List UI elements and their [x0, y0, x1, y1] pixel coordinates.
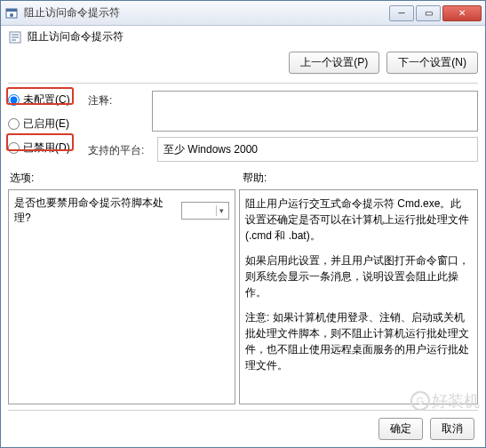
- option-dropdown[interactable]: ▾: [181, 202, 229, 220]
- titlebar[interactable]: 阻止访问命令提示符 ─ ▭ ✕: [1, 1, 485, 26]
- footer: 确定 取消: [8, 410, 478, 447]
- close-button[interactable]: ✕: [442, 5, 482, 21]
- help-panel: 阻止用户运行交互式命令提示符 Cmd.exe。此设置还确定是否可以在计算机上运行…: [239, 189, 478, 404]
- radio-not-configured-label: 未配置(C): [23, 92, 70, 108]
- platform-label: 支持的平台:: [88, 140, 148, 158]
- radio-enabled-input[interactable]: [8, 118, 20, 130]
- radio-disabled-input[interactable]: [8, 142, 20, 154]
- help-paragraph-3: 注意: 如果计算机使用登录、注销、启动或关机批处理文件脚本，则不阻止计算机运行批…: [245, 309, 472, 373]
- radio-not-configured-input[interactable]: [8, 94, 20, 106]
- minimize-button[interactable]: ─: [389, 5, 414, 21]
- radio-enabled[interactable]: 已启用(E): [8, 116, 79, 132]
- section-labels: 选项: 帮助:: [8, 171, 478, 186]
- options-panel: 是否也要禁用命令提示符脚本处理? ▾: [8, 189, 235, 404]
- radio-disabled[interactable]: 已禁用(D): [8, 140, 79, 156]
- option-row-1: 是否也要禁用命令提示符脚本处理? ▾: [14, 196, 229, 226]
- app-icon: [4, 6, 19, 20]
- prev-setting-button[interactable]: 上一个设置(P): [289, 52, 379, 74]
- minimize-icon: ─: [398, 8, 404, 18]
- panels: 是否也要禁用命令提示符脚本处理? ▾ 阻止用户运行交互式命令提示符 Cmd.ex…: [8, 189, 478, 404]
- svg-rect-1: [6, 9, 17, 12]
- platform-value: 至少 Windows 2000: [157, 137, 478, 162]
- header-row: 阻止访问命令提示符: [8, 29, 478, 44]
- comment-row: 注释:: [88, 91, 478, 132]
- radio-disabled-label: 已禁用(D): [23, 140, 70, 156]
- radio-not-configured[interactable]: 未配置(C): [8, 92, 79, 108]
- policy-title: 阻止访问命令提示符: [28, 29, 123, 44]
- radio-group: 未配置(C) 已启用(E) 已禁用(D): [8, 91, 79, 162]
- maximize-icon: ▭: [425, 8, 433, 18]
- content-area: 阻止访问命令提示符 上一个设置(P) 下一个设置(N) 未配置(C) 已启用(E…: [1, 26, 485, 447]
- next-setting-button[interactable]: 下一个设置(N): [386, 52, 478, 74]
- nav-row: 上一个设置(P) 下一个设置(N): [8, 50, 478, 81]
- radio-enabled-label: 已启用(E): [23, 116, 69, 132]
- close-icon: ✕: [458, 8, 466, 18]
- comment-input[interactable]: [152, 91, 478, 132]
- chevron-down-icon: ▾: [216, 205, 227, 216]
- mid-column: 注释: 支持的平台: 至少 Windows 2000: [88, 91, 478, 162]
- help-label: 帮助:: [237, 171, 478, 186]
- window-controls: ─ ▭ ✕: [389, 5, 482, 21]
- help-paragraph-2: 如果启用此设置，并且用户试图打开命令窗口，则系统会显示一条消息，说明设置会阻止此…: [245, 252, 472, 300]
- cancel-button[interactable]: 取消: [430, 418, 474, 440]
- top-grid: 未配置(C) 已启用(E) 已禁用(D) 注释: 支持的平台:: [8, 91, 478, 162]
- policy-icon: [8, 30, 22, 44]
- svg-point-2: [10, 13, 13, 17]
- comment-label: 注释:: [88, 91, 148, 108]
- window-title: 阻止访问命令提示符: [24, 5, 389, 20]
- maximize-button[interactable]: ▭: [416, 5, 441, 21]
- platform-row: 支持的平台: 至少 Windows 2000: [88, 137, 478, 162]
- option-row-1-label: 是否也要禁用命令提示符脚本处理?: [14, 196, 176, 226]
- help-paragraph-1: 阻止用户运行交互式命令提示符 Cmd.exe。此设置还确定是否可以在计算机上运行…: [245, 196, 472, 244]
- dialog-window: 阻止访问命令提示符 ─ ▭ ✕ 阻止访问命令提示符 上一个设置(P) 下一个设置…: [0, 0, 486, 448]
- ok-button[interactable]: 确定: [378, 418, 423, 440]
- divider: [8, 83, 478, 84]
- options-label: 选项:: [8, 171, 237, 186]
